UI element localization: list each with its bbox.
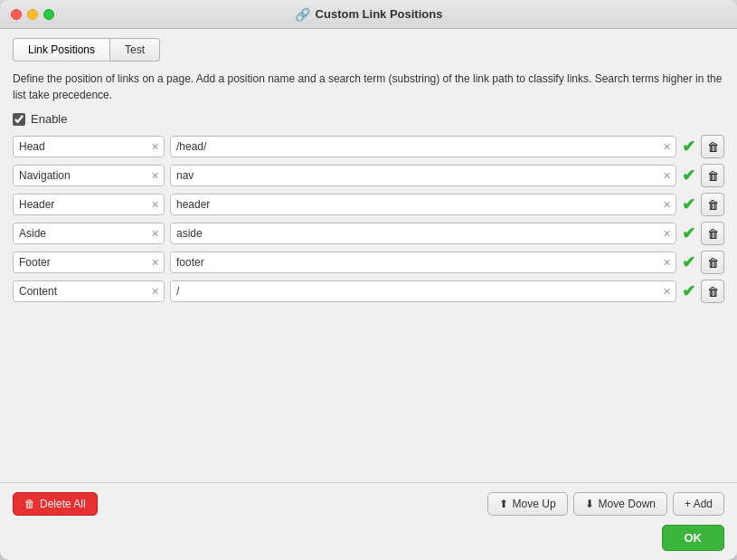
delete-row-button[interactable]: 🗑 (701, 280, 724, 303)
clear-name-button[interactable]: ✕ (149, 227, 161, 241)
name-input-wrap: ✕ (13, 194, 165, 215)
clear-path-button[interactable]: ✕ (661, 140, 673, 154)
name-input-wrap: ✕ (13, 136, 165, 157)
move-up-button[interactable]: ⬆ Move Up (487, 492, 568, 516)
titlebar: 🔗 Custom Link Positions (0, 0, 737, 29)
maximize-button[interactable] (43, 9, 54, 20)
clear-name-button[interactable]: ✕ (149, 198, 161, 212)
path-input-wrap: ✕ (170, 165, 676, 186)
name-input[interactable] (13, 280, 165, 302)
clear-name-button[interactable]: ✕ (149, 140, 161, 154)
trash-icon: 🗑 (707, 256, 719, 270)
delete-row-button[interactable]: 🗑 (701, 251, 724, 274)
window-title: 🔗 Custom Link Positions (295, 7, 443, 22)
move-down-button[interactable]: ⬇ Move Down (573, 492, 667, 516)
path-input-wrap: ✕ (170, 223, 676, 244)
check-icon: ✔ (682, 281, 695, 301)
tab-bar: Link Positions Test (13, 38, 724, 62)
path-input[interactable] (170, 223, 676, 244)
name-input-wrap: ✕ (13, 280, 165, 302)
path-input[interactable] (170, 136, 676, 157)
trash-icon: 🗑 (707, 285, 719, 299)
table-row: ✕ ✕ ✔ 🗑 (13, 164, 724, 187)
path-input[interactable] (170, 165, 676, 186)
table-row: ✕ ✕ ✔ 🗑 (13, 135, 724, 158)
clear-name-button[interactable]: ✕ (149, 169, 161, 183)
minimize-button[interactable] (27, 9, 38, 20)
trash-icon: 🗑 (707, 227, 719, 241)
table-row: ✕ ✕ ✔ 🗑 (13, 280, 724, 303)
arrow-up-icon: ⬆ (499, 498, 508, 510)
path-input-wrap: ✕ (170, 252, 676, 273)
name-input-wrap: ✕ (13, 165, 165, 186)
path-input[interactable] (170, 194, 676, 215)
delete-row-button[interactable]: 🗑 (701, 164, 724, 187)
app-window: 🔗 Custom Link Positions Link Positions T… (0, 0, 737, 560)
path-input[interactable] (170, 252, 676, 273)
table-row: ✕ ✕ ✔ 🗑 (13, 193, 724, 216)
delete-row-button[interactable]: 🗑 (701, 222, 724, 245)
name-input-wrap: ✕ (13, 252, 165, 273)
delete-row-button[interactable]: 🗑 (701, 135, 724, 158)
path-input-wrap: ✕ (170, 136, 676, 157)
close-button[interactable] (11, 9, 22, 20)
check-icon: ✔ (682, 223, 695, 243)
clear-path-button[interactable]: ✕ (661, 198, 673, 212)
ok-section: OK (0, 525, 737, 560)
check-icon: ✔ (682, 137, 695, 157)
arrow-down-icon: ⬇ (585, 498, 594, 510)
bottom-bar: 🗑 Delete All ⬆ Move Up ⬇ Move Down + Add (0, 482, 737, 525)
delete-all-button[interactable]: 🗑 Delete All (13, 492, 98, 516)
clear-name-button[interactable]: ✕ (149, 256, 161, 270)
trash-icon: 🗑 (707, 198, 719, 212)
name-input-wrap: ✕ (13, 223, 165, 244)
path-input-wrap: ✕ (170, 280, 676, 302)
path-input[interactable] (170, 280, 676, 302)
trash-icon: 🗑 (24, 498, 35, 510)
check-icon: ✔ (682, 195, 695, 214)
table-row: ✕ ✕ ✔ 🗑 (13, 251, 724, 274)
clear-path-button[interactable]: ✕ (661, 227, 673, 241)
ok-button[interactable]: OK (662, 525, 725, 551)
enable-checkbox[interactable] (13, 113, 25, 126)
clear-path-button[interactable]: ✕ (661, 169, 673, 183)
name-input[interactable] (13, 194, 165, 215)
name-input[interactable] (13, 165, 165, 186)
name-input[interactable] (13, 136, 165, 157)
description-text: Define the position of links on a page. … (13, 71, 724, 103)
enable-label: Enable (31, 112, 67, 126)
right-actions: ⬆ Move Up ⬇ Move Down + Add (487, 492, 724, 516)
trash-icon: 🗑 (707, 140, 719, 154)
trash-icon: 🗑 (707, 169, 719, 183)
path-input-wrap: ✕ (170, 194, 676, 215)
check-icon: ✔ (682, 166, 695, 185)
add-button[interactable]: + Add (673, 492, 724, 516)
table-row: ✕ ✕ ✔ 🗑 (13, 222, 724, 245)
link-rows-container: ✕ ✕ ✔ 🗑 ✕ ✕ ✔ 🗑 (13, 135, 724, 473)
traffic-lights (11, 9, 54, 20)
enable-row: Enable (13, 112, 724, 126)
tab-link-positions[interactable]: Link Positions (13, 38, 110, 62)
check-icon: ✔ (682, 252, 695, 272)
title-icon: 🔗 (295, 7, 310, 22)
clear-path-button[interactable]: ✕ (661, 285, 673, 299)
main-content: Link Positions Test Define the position … (0, 29, 737, 482)
delete-row-button[interactable]: 🗑 (701, 193, 724, 216)
name-input[interactable] (13, 252, 165, 273)
clear-path-button[interactable]: ✕ (661, 256, 673, 270)
tab-test[interactable]: Test (110, 38, 160, 62)
clear-name-button[interactable]: ✕ (149, 285, 161, 299)
name-input[interactable] (13, 223, 165, 244)
